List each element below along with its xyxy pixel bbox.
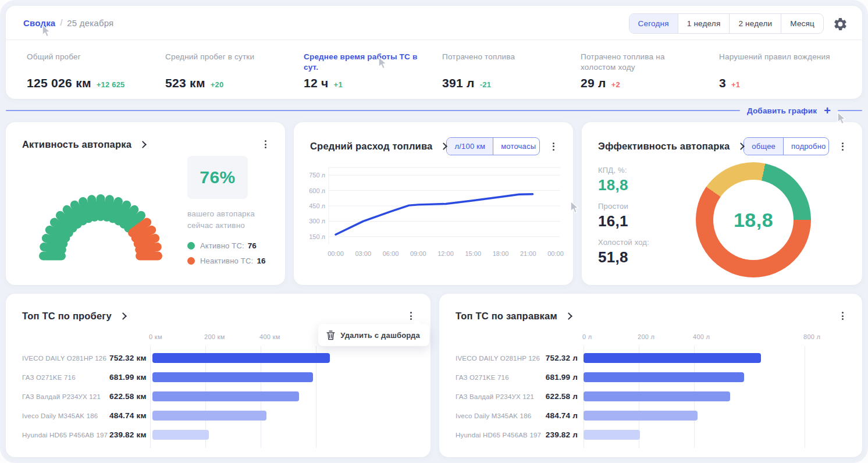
kebab-menu-icon[interactable] [407, 309, 415, 323]
kpi-delta: +2 [611, 80, 620, 89]
svg-text:06:00: 06:00 [383, 250, 399, 257]
stat-value: 51,8 [598, 248, 691, 266]
kpi-value: 29 л [581, 76, 606, 90]
bar [584, 430, 640, 440]
kpi-value-row: 391 л-21 [442, 76, 570, 90]
kpi-value: 391 л [442, 76, 475, 90]
card-title: Активность автопарка [22, 139, 131, 150]
kpi-value-row: 125 026 км+12 625 [27, 76, 155, 90]
bar [584, 353, 761, 363]
legend-item: Неактивно ТС:16 [187, 257, 278, 265]
bar [584, 411, 698, 421]
legend-value: 16 [257, 257, 265, 265]
svg-text:00:00: 00:00 [547, 250, 564, 257]
donut-center-value: 18,8 [734, 209, 773, 232]
kpi-label[interactable]: Среднее время работы ТС в сут. [304, 52, 420, 73]
table-row: IVECO DAILY O281HP 126752.32 км [22, 348, 414, 368]
add-chart-button[interactable]: Добавить график [747, 106, 817, 115]
chevron-right-icon[interactable] [139, 141, 147, 148]
stat-value: 18,8 [598, 176, 691, 194]
stat-label: КПД, %: [598, 166, 691, 174]
svg-text:21:00: 21:00 [520, 250, 536, 257]
vehicle-value: 239.82 км [109, 430, 152, 439]
efficiency-stats: КПД, %:18,8Простои16,1Холостой ход:51,8 [598, 158, 691, 266]
plus-icon[interactable]: + [824, 105, 831, 116]
vehicle-value: 622.58 л [543, 392, 584, 401]
kpi-value-row: 29 л+2 [581, 76, 709, 90]
menu-item-delete-from-dashboard[interactable]: Удалить с дашборда [340, 331, 420, 340]
svg-text:750 л: 750 л [309, 172, 325, 179]
kpi-delta: -21 [480, 80, 491, 89]
kpi-row: Общий пробег125 026 км+12 625Средний про… [6, 40, 862, 90]
kpi-value: 523 км [165, 76, 205, 90]
chevron-right-icon[interactable] [119, 312, 127, 320]
vehicle-label: ГАЗ O271KE 716 [22, 374, 109, 381]
stat-label: Простои [598, 202, 691, 211]
detail-toggle: общееподробно [744, 137, 829, 155]
toggle-segment[interactable]: общее [744, 138, 783, 155]
kpi-delta: +20 [211, 80, 224, 89]
breadcrumb-separator: / [60, 18, 62, 27]
toggle-segment[interactable]: подробно [783, 138, 829, 155]
kpi-delta: +12 625 [97, 80, 125, 89]
kpi-item: Общий пробег125 026 км+12 625 [27, 52, 165, 90]
svg-text:00:00: 00:00 [328, 250, 344, 257]
svg-text:300 л: 300 л [309, 218, 325, 225]
bar [152, 372, 313, 382]
kpi-value: 3 [719, 76, 726, 90]
dashboard-page: Сводка / 25 декабря Сегодня1 неделя2 нед… [0, 0, 868, 463]
vehicle-value: 622.58 км [109, 392, 152, 401]
bar [152, 391, 299, 401]
svg-text:09:00: 09:00 [410, 250, 426, 257]
kpi-item: Потрачено топлива391 л-21 [442, 52, 581, 90]
table-row: ГАЗ Валдай Р234УХ 121622.58 км [22, 387, 414, 406]
kebab-menu-icon[interactable] [838, 309, 847, 323]
kpi-value: 12 ч [304, 76, 329, 90]
gauge-legend: Активно ТС:76Неактивно ТС:16 [187, 241, 278, 265]
card-title: Топ ТС по заправкам [456, 311, 557, 322]
axis-tick-label: 400 л [693, 333, 710, 340]
legend-item: Активно ТС:76 [187, 241, 278, 250]
period-tab[interactable]: Месяц [781, 14, 823, 33]
summary-panel: Сводка / 25 декабря Сегодня1 неделя2 нед… [6, 6, 862, 99]
active-percent-badge: 76% [187, 156, 248, 199]
table-row: ГАЗ O271KE 716681.99 км [22, 368, 414, 387]
table-row: IVECO DAILY O281HP 126752.32 л [456, 348, 846, 368]
card-context-menu: Удалить с дашборда [318, 324, 429, 346]
kebab-menu-icon[interactable] [261, 137, 270, 151]
settings-gear-icon[interactable] [833, 17, 848, 32]
chevron-right-icon[interactable] [565, 312, 572, 320]
divider-line [838, 110, 862, 111]
add-chart-divider: Добавить график + [6, 106, 862, 115]
vehicle-value: 484.74 л [543, 411, 584, 420]
x-axis-labels: 0 л200 л400 л800 л [584, 333, 846, 341]
kebab-menu-icon[interactable] [838, 140, 847, 154]
kpi-value: 125 026 км [27, 76, 91, 90]
kpi-label: Потрачено топлива [442, 52, 558, 73]
bar [584, 372, 744, 382]
card-title: Эффективность автопарка [598, 141, 730, 152]
period-tab[interactable]: 1 неделя [678, 14, 730, 33]
kpi-label: Нарушений правил вождения [719, 52, 835, 73]
bar [152, 353, 330, 363]
kebab-menu-icon[interactable] [549, 140, 558, 154]
fleet-dashboard: Сводка / 25 декабря Сегодня1 неделя2 нед… [0, 0, 868, 463]
table-row: Hyundai HD65 P456AB 197239.82 л [456, 425, 846, 444]
table-row: Hyundai HD65 P456AB 197239.82 км [22, 425, 414, 444]
gauge-caption: вашего автопарка сейчас активно [187, 208, 278, 231]
kpi-delta: +1 [731, 80, 740, 89]
breadcrumb-section-link[interactable]: Сводка [23, 18, 55, 28]
svg-text:15:00: 15:00 [465, 250, 481, 257]
toggle-segment[interactable]: моточасы [493, 138, 540, 155]
breadcrumb-date: 25 декабря [67, 18, 113, 28]
axis-tick-label: 0 км [149, 333, 162, 340]
period-tab[interactable]: 2 недели [729, 14, 781, 33]
kpi-item: Нарушений правил вождения3+1 [719, 52, 858, 90]
trash-icon [326, 330, 335, 340]
period-tab[interactable]: Сегодня [629, 14, 678, 33]
kpi-value-row: 3+1 [719, 76, 847, 90]
toggle-segment[interactable]: л/100 км [447, 138, 493, 155]
bar-rows: IVECO DAILY O281HP 126752.32 кмГАЗ O271K… [22, 348, 414, 444]
svg-text:03:00: 03:00 [355, 250, 371, 257]
table-row: Iveco Daily M345AK 186484.74 км [22, 406, 414, 425]
